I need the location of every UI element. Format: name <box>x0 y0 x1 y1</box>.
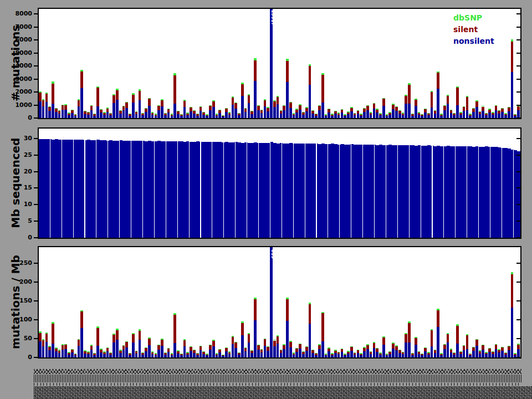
bar-segment-nonsilent <box>132 342 135 357</box>
bar-segment-nonsilent <box>482 350 484 357</box>
bar-segment-nonsilent <box>504 115 507 118</box>
bar-segment-nonsilent <box>427 115 430 118</box>
bar-segment-dbsnp <box>431 329 433 330</box>
bar-segment-silent <box>183 340 186 346</box>
bar-segment-nonsilent <box>186 115 189 119</box>
bar-segment-nonsilent <box>315 355 318 357</box>
bar-segment-dbsnp <box>248 94 250 95</box>
bar-segment-dbsnp <box>267 107 269 108</box>
bar-segment-dbsnp <box>48 106 51 107</box>
y-tick-mark-right <box>516 357 520 358</box>
bar-segment-silent <box>363 348 366 351</box>
bar-segment-silent <box>173 75 176 104</box>
bar-segment-nonsilent <box>216 116 218 118</box>
y-tick-mark-right <box>516 138 520 139</box>
bar-segment-nonsilent <box>100 352 103 357</box>
bar-segment-nonsilent <box>62 350 64 357</box>
bar-segment-silent <box>421 115 423 116</box>
y-tick-label: 7000 <box>7 24 32 30</box>
bar-segment-dbsnp <box>469 114 472 114</box>
y-tick-label: 1000 <box>7 102 32 109</box>
bar-segment-dbsnp <box>421 354 423 354</box>
bar-segment-dbsnp <box>440 114 443 114</box>
bar-segment-dbsnp <box>341 109 344 110</box>
bar-segment-silent <box>334 111 337 114</box>
bar-segment-dbsnp <box>202 112 205 112</box>
bar-segment-silent <box>96 328 99 346</box>
bar-segment-silent <box>45 334 48 342</box>
bar-segment-dbsnp <box>42 99 45 100</box>
bar-segment-nonsilent <box>289 347 292 357</box>
bar-segment-silent <box>344 355 346 356</box>
bar-segment-silent <box>459 113 462 115</box>
bar-segment-silent <box>459 352 462 354</box>
bar-segment-dbsnp <box>479 350 482 351</box>
bar-segment-nonsilent <box>415 106 417 118</box>
bar-segment-silent <box>347 352 350 354</box>
bar-segment-dbsnp <box>90 105 93 106</box>
bar-segment-silent <box>267 347 269 350</box>
bar-segment-silent <box>212 101 215 108</box>
bar-segment-silent <box>155 115 157 116</box>
bar-segment-nonsilent <box>68 115 70 119</box>
bar-segment-dbsnp <box>354 113 356 114</box>
bar-segment-nonsilent <box>42 106 45 118</box>
bar-segment-nonsilent <box>218 113 221 118</box>
bar-segment-nonsilent <box>209 110 212 118</box>
bar-segment-dbsnp <box>463 345 466 346</box>
y-tick-mark-left <box>34 319 38 320</box>
bar-segment-silent <box>456 326 459 344</box>
bar-segment-dbsnp <box>125 341 128 342</box>
bar-segment-nonsilent <box>498 352 500 357</box>
bar-segment-nonsilent <box>437 89 439 118</box>
bar-segment-dbsnp <box>514 114 516 115</box>
bar-segment-silent <box>200 107 202 111</box>
bar-segment-dbsnp <box>139 329 141 331</box>
bar-segment-silent <box>277 336 279 344</box>
bar-segment-nonsilent <box>270 247 273 357</box>
bar-segment-nonsilent <box>508 111 510 118</box>
bar-segment-dbsnp <box>216 114 218 114</box>
bar-segment-nonsilent <box>443 349 446 357</box>
bar-segment-nonsilent <box>386 116 388 118</box>
bar-segment-nonsilent <box>424 112 427 118</box>
bar-segment-dbsnp <box>504 113 507 114</box>
bar-segment-nonsilent <box>39 101 42 118</box>
bar-segment-nonsilent <box>504 355 507 357</box>
bar-segment-dbsnp <box>511 39 514 42</box>
bar-segment-dbsnp <box>222 115 224 116</box>
bar-segment-nonsilent <box>71 352 74 357</box>
bar-segment-silent <box>39 93 42 101</box>
bar-segment-nonsilent <box>388 354 391 357</box>
bar-segment-nonsilent <box>450 113 453 118</box>
bar-segment-silent <box>119 351 122 353</box>
bar-segment-nonsilent <box>200 350 202 357</box>
bar-segment-nonsilent <box>347 354 350 357</box>
bar-segment-silent <box>84 111 86 114</box>
bar-segment-nonsilent <box>84 114 86 119</box>
bar-segment-nonsilent <box>408 104 411 118</box>
bar-segment-nonsilent <box>248 103 250 118</box>
bar-segment-silent <box>122 346 125 350</box>
bar-segment-silent <box>71 350 74 352</box>
bar-segment-nonsilent <box>415 345 417 357</box>
bar-segment-nonsilent <box>408 342 411 357</box>
bar-segment-dbsnp <box>382 98 385 99</box>
bar-segment-silent <box>183 101 186 107</box>
bar-segment-nonsilent <box>357 353 360 357</box>
bar-segment-nonsilent <box>402 115 405 119</box>
bar-segment-silent <box>148 339 151 345</box>
bar-segment-silent <box>341 349 344 352</box>
bar-segment-dbsnp <box>299 104 301 105</box>
bar-segment-silent <box>180 354 183 355</box>
bar-segment-nonsilent <box>148 345 151 357</box>
bar-segment-silent <box>52 324 54 343</box>
bar-segment-silent <box>161 340 163 346</box>
bar-segment-dbsnp <box>218 110 221 110</box>
y-tick-mark-right <box>516 282 520 283</box>
bar-segment-nonsilent <box>202 115 205 118</box>
bar-segment-dbsnp <box>80 310 83 311</box>
bar-segment-silent <box>447 334 449 342</box>
bar-segment-silent <box>64 105 67 110</box>
bar-segment-dbsnp <box>42 339 45 340</box>
